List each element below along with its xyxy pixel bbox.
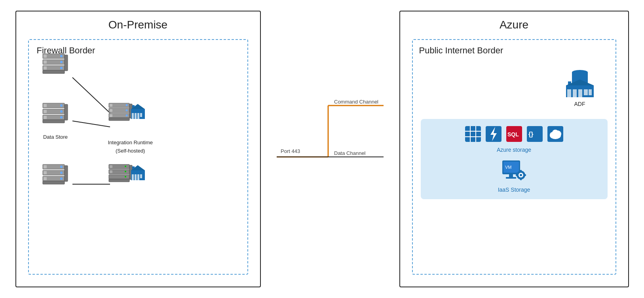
- svg-point-107: [552, 130, 559, 136]
- integration-runtime-main: Integration Runtime (Self-hosted): [108, 101, 153, 154]
- svg-rect-50: [137, 113, 139, 119]
- svg-rect-18: [44, 110, 47, 113]
- ir-label-1: Integration Runtime: [108, 140, 153, 145]
- data-store-top: [41, 52, 70, 83]
- svg-rect-51: [140, 113, 142, 117]
- svg-rect-66: [132, 174, 134, 180]
- svg-rect-64: [109, 179, 129, 182]
- svg-text:{}: {}: [528, 131, 533, 138]
- server-icon-bot: [41, 162, 70, 192]
- svg-rect-4: [44, 55, 47, 58]
- grid-storage-icon: [464, 125, 482, 143]
- lightning-storage-icon: [485, 125, 502, 143]
- server-icon-top: [41, 52, 70, 81]
- iaas-storage-label: IaaS Storage: [498, 187, 530, 193]
- svg-rect-59: [109, 175, 129, 179]
- svg-rect-56: [110, 165, 112, 168]
- svg-rect-117: [520, 178, 522, 180]
- ir-label-2: (Self-hosted): [116, 148, 145, 154]
- svg-text:Data Channel: Data Channel: [334, 150, 366, 156]
- svg-rect-48: [132, 113, 134, 119]
- svg-rect-119: [524, 174, 526, 176]
- svg-point-62: [125, 176, 126, 177]
- svg-line-1: [72, 121, 110, 127]
- azure-box: Azure Public Internet Border: [399, 11, 629, 287]
- svg-rect-46: [109, 118, 129, 121]
- svg-point-19: [60, 110, 63, 113]
- svg-rect-49: [135, 113, 137, 119]
- server-icon-mid: [41, 101, 70, 131]
- sql-storage-icon: SQL: [505, 125, 523, 143]
- data-store-bot: [41, 162, 70, 194]
- svg-rect-37: [110, 104, 112, 107]
- svg-rect-87: [584, 89, 588, 95]
- middle-area: Port 443 Command Channel Data Channel: [277, 11, 384, 287]
- svg-point-11: [60, 67, 63, 69]
- azure-storage-label: Azure storage: [426, 147, 603, 153]
- main-container: On-Premise Firewall Border: [0, 0, 644, 298]
- svg-rect-13: [43, 70, 65, 74]
- svg-rect-15: [44, 104, 47, 107]
- svg-point-60: [125, 166, 126, 167]
- iaas-storage-icon: VM: [500, 158, 528, 184]
- svg-rect-67: [135, 174, 137, 180]
- svg-rect-43: [110, 114, 112, 117]
- svg-rect-92: [465, 126, 481, 142]
- azure-title: Azure: [400, 19, 628, 31]
- data-store-label: Data Store: [41, 134, 70, 140]
- svg-point-16: [60, 104, 63, 107]
- data-store-mid: Data Store: [41, 101, 70, 140]
- svg-point-8: [60, 61, 63, 63]
- svg-rect-24: [43, 120, 65, 123]
- integration-runtime-second: [108, 162, 148, 194]
- svg-point-5: [60, 55, 63, 57]
- svg-rect-29: [44, 171, 47, 174]
- ir-second-icon: [108, 162, 148, 192]
- svg-rect-69: [140, 174, 142, 178]
- svg-rect-10: [44, 66, 47, 70]
- svg-text:VM: VM: [505, 165, 512, 170]
- json-storage-icon: {}: [526, 125, 543, 143]
- svg-rect-84: [567, 89, 571, 97]
- svg-rect-112: [506, 177, 516, 179]
- storage-icons-row: SQL {}: [426, 125, 603, 143]
- public-internet-box: Public Internet Border: [412, 39, 616, 275]
- svg-rect-58: [110, 170, 112, 173]
- svg-rect-21: [44, 116, 47, 119]
- public-internet-title: Public Internet Border: [419, 45, 616, 56]
- on-premise-box: On-Premise Firewall Border: [15, 11, 261, 287]
- svg-line-0: [72, 77, 110, 113]
- svg-rect-12: [65, 55, 68, 71]
- iaas-storage-group: VM IaaS Storage: [426, 158, 603, 193]
- adf-label: ADF: [574, 101, 585, 107]
- svg-point-61: [125, 171, 126, 172]
- svg-point-33: [60, 177, 63, 180]
- ir-main-icon: [108, 101, 148, 135]
- svg-point-38: [125, 104, 127, 106]
- svg-rect-7: [44, 60, 47, 64]
- svg-point-22: [60, 116, 63, 119]
- adf-factory-icon: [564, 68, 596, 99]
- svg-point-115: [520, 174, 522, 176]
- svg-rect-68: [137, 174, 139, 180]
- svg-rect-116: [520, 170, 522, 172]
- svg-rect-32: [44, 177, 47, 180]
- svg-point-30: [60, 172, 63, 174]
- svg-point-27: [60, 166, 63, 168]
- svg-rect-118: [516, 174, 518, 176]
- svg-point-44: [125, 115, 127, 117]
- azure-storage-group: SQL {} Azure sto: [421, 119, 608, 199]
- svg-rect-26: [44, 165, 47, 168]
- svg-rect-111: [509, 174, 513, 177]
- svg-text:Port 443: Port 443: [281, 148, 300, 154]
- svg-rect-86: [578, 89, 582, 97]
- svg-rect-85: [573, 89, 577, 97]
- on-premise-title: On-Premise: [16, 19, 260, 31]
- svg-rect-23: [65, 104, 68, 120]
- svg-text:SQL: SQL: [507, 131, 519, 138]
- svg-text:Command Channel: Command Channel: [334, 99, 378, 105]
- svg-rect-88: [589, 89, 592, 95]
- cloud-storage-icon: [547, 125, 564, 143]
- svg-rect-35: [43, 181, 65, 184]
- channel-connectors: Port 443 Command Channel Data Channel: [277, 11, 384, 287]
